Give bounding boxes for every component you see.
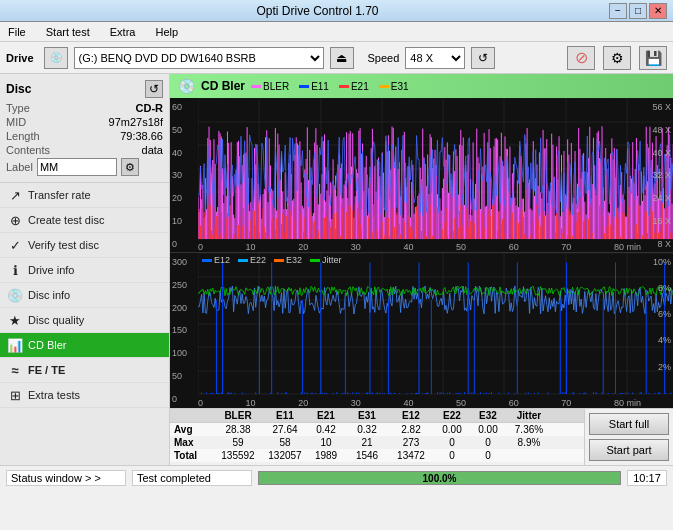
lower-y-axis: 300250200150100500 xyxy=(170,253,198,408)
disc-refresh-button[interactable]: ↺ xyxy=(145,80,163,98)
legend-e32-label: E32 xyxy=(286,255,302,265)
sidebar-item-disc-quality[interactable]: ★ Disc quality xyxy=(0,308,169,333)
legend-bler-label: BLER xyxy=(263,81,289,92)
upper-x-axis: 01020304050607080 min xyxy=(198,242,641,252)
legend-jitter: Jitter xyxy=(310,255,342,265)
time-display: 10:17 xyxy=(627,470,667,486)
legend-e22-label: E22 xyxy=(250,255,266,265)
progress-bar: 100.0% xyxy=(258,471,621,485)
lower-y-axis-right: 10%8%6%4%2% xyxy=(641,253,673,408)
drive-select[interactable]: (G:) BENQ DVD DD DW1640 BSRB xyxy=(74,47,324,69)
menu-help[interactable]: Help xyxy=(151,25,182,39)
menu-start-test[interactable]: Start test xyxy=(42,25,94,39)
avg-e31: 0.32 xyxy=(346,424,388,435)
stats-buttons-row: BLER E11 E21 E31 E12 E22 E32 Jitter Avg … xyxy=(170,408,673,465)
clear-button[interactable]: ⊘ xyxy=(567,46,595,70)
save-button[interactable]: 💾 xyxy=(639,46,667,70)
contents-value: data xyxy=(142,144,163,156)
sidebar-item-create-test-disc[interactable]: ⊕ Create test disc xyxy=(0,208,169,233)
type-value: CD-R xyxy=(136,102,164,114)
avg-e21: 0.42 xyxy=(306,424,346,435)
stats-table: BLER E11 E21 E31 E12 E22 E32 Jitter Avg … xyxy=(170,409,584,465)
label-input[interactable] xyxy=(37,158,117,176)
contents-label: Contents xyxy=(6,144,50,156)
avg-label: Avg xyxy=(174,424,212,435)
legend-jitter-dot xyxy=(310,259,320,262)
chart-upper: 6050403020100 56 X48 X40 X32 X24 X16 X8 … xyxy=(170,98,673,253)
avg-bler: 28.38 xyxy=(212,424,264,435)
total-jitter xyxy=(506,450,552,461)
stats-col-label xyxy=(174,410,212,421)
sidebar-item-extra-tests[interactable]: ⊞ Extra tests xyxy=(0,383,169,408)
status-text: Test completed xyxy=(132,470,252,486)
charts-wrapper: 6050403020100 56 X48 X40 X32 X24 X16 X8 … xyxy=(170,98,673,408)
close-button[interactable]: ✕ xyxy=(649,3,667,19)
refresh-button[interactable]: ↺ xyxy=(471,47,495,69)
sidebar-item-disc-info[interactable]: 💿 Disc info xyxy=(0,283,169,308)
verify-test-disc-icon: ✓ xyxy=(8,238,22,252)
fe-te-label: FE / TE xyxy=(28,364,65,376)
legend-e12: E12 xyxy=(202,255,230,265)
label-label: Label xyxy=(6,161,33,173)
total-e12: 13472 xyxy=(388,450,434,461)
mid-value: 97m27s18f xyxy=(109,116,163,128)
max-jitter: 8.9% xyxy=(506,437,552,448)
label-settings-button[interactable]: ⚙ xyxy=(121,158,139,176)
title-bar: Opti Drive Control 1.70 − □ ✕ xyxy=(0,0,673,22)
sidebar-item-verify-test-disc[interactable]: ✓ Verify test disc xyxy=(0,233,169,258)
sidebar-item-drive-info[interactable]: ℹ Drive info xyxy=(0,258,169,283)
total-e31: 1546 xyxy=(346,450,388,461)
create-test-disc-label: Create test disc xyxy=(28,214,104,226)
maximize-button[interactable]: □ xyxy=(629,3,647,19)
drive-info-icon: ℹ xyxy=(8,263,22,277)
legend-e21-label: E21 xyxy=(351,81,369,92)
avg-e32: 0.00 xyxy=(470,424,506,435)
stats-col-e22: E22 xyxy=(434,410,470,421)
drive-eject-button[interactable]: ⏏ xyxy=(330,47,354,69)
legend-e12-dot xyxy=(202,259,212,262)
progress-text: 100.0% xyxy=(423,472,457,483)
start-full-button[interactable]: Start full xyxy=(589,413,669,435)
sidebar-item-transfer-rate[interactable]: ↗ Transfer rate xyxy=(0,183,169,208)
right-content: 💿 CD Bler BLER E11 E21 E31 xyxy=(170,74,673,465)
legend-e31-dot xyxy=(379,85,389,88)
lower-legends: E12 E22 E32 Jitter xyxy=(202,255,342,265)
window-controls: − □ ✕ xyxy=(609,3,667,19)
upper-y-axis: 6050403020100 xyxy=(170,98,198,253)
disc-quality-icon: ★ xyxy=(8,313,22,327)
max-e21: 10 xyxy=(306,437,346,448)
legend-e32-dot xyxy=(274,259,284,262)
sidebar-item-fe-te[interactable]: ≈ FE / TE xyxy=(0,358,169,383)
start-part-button[interactable]: Start part xyxy=(589,439,669,461)
nav-items: ↗ Transfer rate ⊕ Create test disc ✓ Ver… xyxy=(0,183,169,465)
stats-row-avg: Avg 28.38 27.64 0.42 0.32 2.82 0.00 0.00… xyxy=(170,423,584,436)
max-label: Max xyxy=(174,437,212,448)
chart-disc-icon: 💿 xyxy=(178,78,195,94)
disc-info-label: Disc info xyxy=(28,289,70,301)
max-e12: 273 xyxy=(388,437,434,448)
settings-button[interactable]: ⚙ xyxy=(603,46,631,70)
stats-row-total: Total 135592 132057 1989 1546 13472 0 0 xyxy=(170,449,584,462)
max-bler: 59 xyxy=(212,437,264,448)
sidebar: Disc ↺ Type CD-R MID 97m27s18f Length 79… xyxy=(0,74,170,465)
stats-col-e11: E11 xyxy=(264,410,306,421)
drive-bar: Drive 💿 (G:) BENQ DVD DD DW1640 BSRB ⏏ S… xyxy=(0,42,673,74)
menu-file[interactable]: File xyxy=(4,25,30,39)
chart-title-bar: 💿 CD Bler BLER E11 E21 E31 xyxy=(170,74,673,98)
chart-lower: E12 E22 E32 Jitter xyxy=(170,253,673,408)
menu-extra[interactable]: Extra xyxy=(106,25,140,39)
avg-e11: 27.64 xyxy=(264,424,306,435)
legend-e32: E32 xyxy=(274,255,302,265)
extra-tests-label: Extra tests xyxy=(28,389,80,401)
status-window-label[interactable]: Status window > > xyxy=(6,470,126,486)
stats-col-bler: BLER xyxy=(212,410,264,421)
stats-col-e21: E21 xyxy=(306,410,346,421)
speed-select[interactable]: 48 X xyxy=(405,47,465,69)
minimize-button[interactable]: − xyxy=(609,3,627,19)
chart-title: CD Bler xyxy=(201,79,245,93)
total-e21: 1989 xyxy=(306,450,346,461)
disc-info-icon: 💿 xyxy=(8,288,22,302)
disc-panel-title: Disc xyxy=(6,82,31,96)
sidebar-item-cd-bler[interactable]: 📊 CD Bler xyxy=(0,333,169,358)
legend-e11-label: E11 xyxy=(311,81,329,92)
